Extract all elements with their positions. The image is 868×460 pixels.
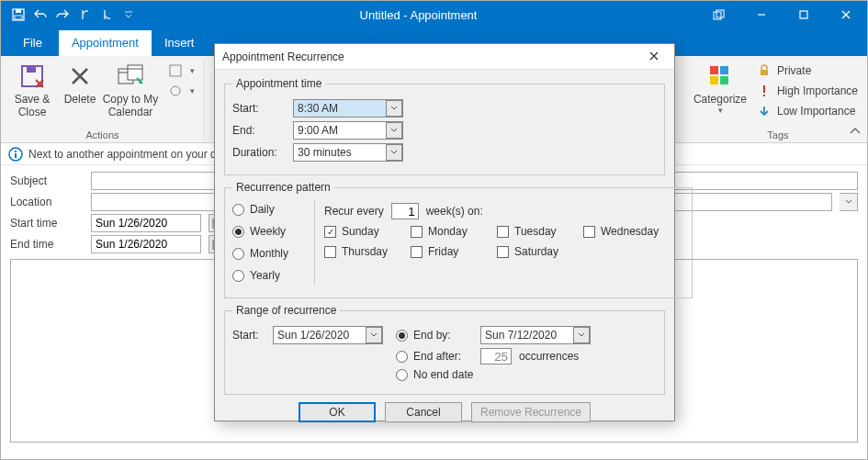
delete-button[interactable]: Delete xyxy=(60,60,100,106)
undo-icon[interactable] xyxy=(30,4,51,26)
categorize-icon xyxy=(705,62,735,91)
radio-endafter[interactable]: End after: xyxy=(396,350,473,363)
group-label-tags: Tags xyxy=(767,129,788,142)
svg-rect-9 xyxy=(27,66,36,73)
radio-endby[interactable]: End by: xyxy=(396,329,473,342)
private-button[interactable]: Private xyxy=(753,62,862,80)
maximize-icon[interactable] xyxy=(783,1,825,28)
svg-rect-20 xyxy=(761,70,768,75)
check-sunday[interactable]: Sunday xyxy=(324,225,407,238)
next-icon[interactable] xyxy=(96,4,117,26)
save-icon[interactable] xyxy=(8,4,28,26)
svg-rect-5 xyxy=(716,10,724,17)
endtime-input[interactable]: Sun 1/26/2020 xyxy=(91,235,201,253)
location-label: Location xyxy=(10,196,84,208)
svg-rect-16 xyxy=(710,66,718,74)
save-close-button[interactable]: Save & Close xyxy=(6,60,58,119)
radio-daily[interactable]: Daily xyxy=(232,203,314,216)
check-monday[interactable]: Monday xyxy=(411,225,493,238)
check-thursday[interactable]: Thursday xyxy=(324,245,407,258)
chevron-down-icon[interactable] xyxy=(386,122,402,139)
range-start-label: Start: xyxy=(232,329,265,342)
check-friday[interactable]: Friday xyxy=(411,245,493,258)
check-saturday[interactable]: Saturday xyxy=(497,245,580,258)
svg-rect-7 xyxy=(800,11,807,18)
starttime-label: Start time xyxy=(10,217,84,230)
chevron-down-icon[interactable] xyxy=(366,327,382,343)
legend-range: Range of recurrence xyxy=(232,304,340,317)
recur-every-pre: Recur every xyxy=(324,205,384,218)
categorize-button[interactable]: Categorize▾ xyxy=(694,60,746,116)
minimize-icon[interactable] xyxy=(740,1,783,28)
endby-combo[interactable]: Sun 7/12/2020 xyxy=(480,326,591,344)
svg-rect-18 xyxy=(710,76,718,84)
tab-insert[interactable]: Insert xyxy=(152,30,208,56)
svg-rect-21 xyxy=(763,85,765,93)
ribbon-small-1[interactable]: ▾ xyxy=(164,62,198,80)
check-wednesday[interactable]: Wednesday xyxy=(583,225,684,238)
ok-button[interactable]: OK xyxy=(299,402,376,422)
dialog-close-icon[interactable] xyxy=(641,50,667,64)
qat-customize-icon[interactable] xyxy=(118,4,139,26)
close-icon[interactable] xyxy=(825,1,867,28)
copy-calendar-button[interactable]: Copy to My Calendar xyxy=(102,60,159,119)
private-label: Private xyxy=(777,64,811,77)
delete-label: Delete xyxy=(64,93,96,106)
ribbon-group-actions: Save & Close Delete Copy to My Calendar … xyxy=(1,60,205,142)
svg-rect-17 xyxy=(720,66,728,74)
svg-point-15 xyxy=(171,86,180,95)
appt-end-label: End: xyxy=(232,124,286,137)
recurrence-dialog: Appointment Recurrence Appointment time … xyxy=(214,43,675,421)
high-importance-label: High Importance xyxy=(777,84,858,97)
chevron-down-icon[interactable] xyxy=(573,327,590,343)
chevron-down-icon[interactable] xyxy=(386,100,402,117)
fieldset-recurrence-pattern: Recurrence pattern Daily Weekly Monthly … xyxy=(224,181,693,298)
appt-start-label: Start: xyxy=(232,102,286,115)
dialog-titlebar: Appointment Recurrence xyxy=(215,44,674,70)
save-close-label: Save & Close xyxy=(6,93,58,119)
svg-rect-14 xyxy=(170,65,181,76)
tab-file[interactable]: File xyxy=(6,30,59,56)
location-dropdown-icon[interactable] xyxy=(840,193,858,211)
appt-duration-combo[interactable]: 30 minutes xyxy=(293,143,403,162)
svg-rect-12 xyxy=(128,65,142,80)
endtime-label: End time xyxy=(10,238,84,251)
low-importance-label: Low Importance xyxy=(777,105,855,118)
prev-icon[interactable] xyxy=(74,4,95,26)
window-controls xyxy=(698,1,867,28)
ribbon-collapse-icon[interactable] xyxy=(849,126,862,139)
svg-rect-19 xyxy=(720,76,728,84)
recur-every-input[interactable] xyxy=(391,203,419,219)
popout-icon[interactable] xyxy=(698,1,740,28)
svg-rect-1 xyxy=(16,9,21,13)
starttime-input[interactable]: Sun 1/26/2020 xyxy=(91,214,201,232)
range-start-combo[interactable]: Sun 1/26/2020 xyxy=(273,326,383,344)
remove-recurrence-button[interactable]: Remove Recurrence xyxy=(471,402,591,422)
save-close-icon xyxy=(17,62,47,91)
radio-monthly[interactable]: Monthly xyxy=(232,247,314,260)
appt-end-combo[interactable]: 9:00 AM xyxy=(293,121,403,140)
legend-pattern: Recurrence pattern xyxy=(232,181,334,194)
endafter-input[interactable] xyxy=(480,348,512,365)
chevron-down-icon[interactable] xyxy=(386,144,402,161)
radio-yearly[interactable]: Yearly xyxy=(232,269,314,282)
high-importance-button[interactable]: High Importance xyxy=(753,82,862,100)
radio-noend[interactable]: No end date xyxy=(396,368,473,381)
tab-appointment[interactable]: Appointment xyxy=(59,30,152,56)
redo-icon[interactable] xyxy=(52,4,73,26)
radio-weekly[interactable]: Weekly xyxy=(232,225,314,238)
ribbon-small-2[interactable]: ▾ xyxy=(164,82,198,100)
legend-appt-time: Appointment time xyxy=(232,77,325,90)
fieldset-range: Range of recurrence Start: Sun 1/26/2020… xyxy=(224,304,665,395)
lock-icon xyxy=(757,63,772,78)
low-importance-button[interactable]: Low Importance xyxy=(753,102,862,120)
cancel-button[interactable]: Cancel xyxy=(385,402,462,422)
appt-duration-label: Duration: xyxy=(232,146,286,159)
svg-rect-25 xyxy=(15,151,17,152)
info-text: Next to another appointment on your c xyxy=(28,148,216,161)
low-importance-icon xyxy=(757,104,772,118)
check-tuesday[interactable]: Tuesday xyxy=(497,225,580,238)
quick-access-toolbar xyxy=(8,4,139,26)
appt-start-combo[interactable]: 8:30 AM xyxy=(293,99,403,118)
svg-rect-24 xyxy=(15,153,17,158)
